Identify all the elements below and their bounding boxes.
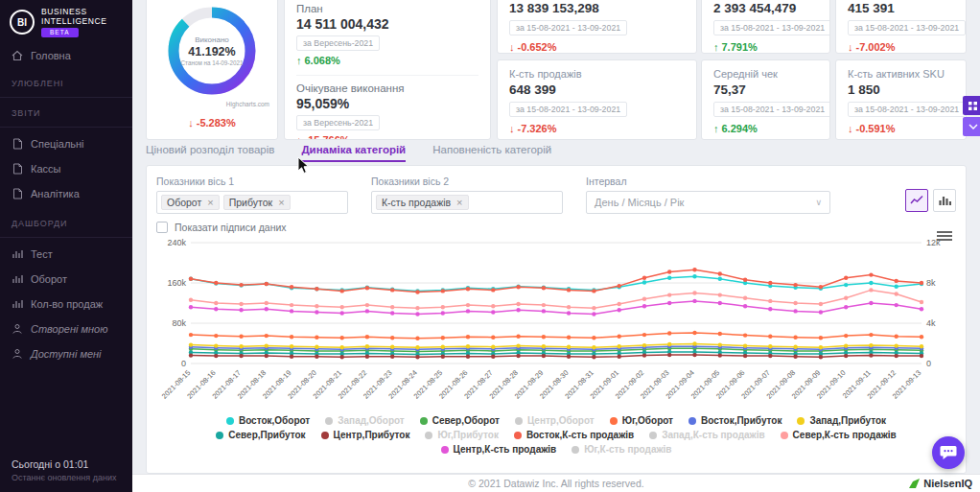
filter-chip[interactable]: Оборот×	[161, 195, 220, 210]
filter-chip[interactable]: Прибуток×	[223, 195, 291, 210]
expected-title: Очікуване виконання	[296, 82, 478, 94]
legend-label: Центр,К-сть продажів	[454, 444, 557, 455]
axis2-multiselect[interactable]: К-сть продажів×	[371, 191, 563, 214]
dashboard-icon	[12, 298, 23, 310]
svg-text:0: 0	[181, 359, 186, 368]
chart-menu-icon[interactable]	[937, 229, 952, 243]
section-reports: ЗВІТИ	[0, 98, 132, 128]
sidebar-item-sales-count[interactable]: Кол-во продаж	[0, 292, 132, 316]
svg-text:0: 0	[926, 359, 931, 368]
legend-item[interactable]: Юг,Прибуток	[425, 430, 498, 440]
legend-marker-icon	[420, 417, 428, 425]
chart-legend: Восток,ОборотЗапад,ОборотСевер,ОборотЦен…	[156, 415, 956, 455]
legend-item[interactable]: Восток,Прибуток	[688, 415, 782, 426]
bar-chart-type-button[interactable]	[933, 189, 956, 212]
sidebar-item-available-to-me[interactable]: Доступні мені	[0, 341, 132, 366]
show-data-labels-checkbox[interactable]	[156, 222, 168, 233]
chat-widget-button[interactable]	[932, 436, 965, 469]
kpi-period: за 15-08-2021 - 13-09-2021	[848, 20, 966, 35]
tab-category-dynamics[interactable]: Динаміка категорій	[301, 144, 406, 162]
sidebar-item-special[interactable]: Спеціальні	[0, 131, 132, 156]
collapse-panel-button[interactable]	[963, 117, 980, 136]
tab-category-fullness[interactable]: Наповненість категорій	[432, 144, 551, 162]
donut-value: 41.192%	[188, 45, 235, 59]
kpi-card: 2 393 454,479 за 15-08-2021 - 13-09-2021…	[701, 0, 830, 54]
legend-marker-icon	[572, 446, 579, 454]
kpi-value: 13 839 153,298	[509, 1, 685, 15]
donut-asof: Станом на 14-09-2021	[181, 59, 244, 66]
legend-item[interactable]: Север,Прибуток	[216, 430, 305, 440]
category-tabs: Ціновий розподіл товарів Динаміка катего…	[146, 144, 551, 162]
grid-icon	[968, 101, 978, 111]
interval-label: Інтервал	[586, 176, 830, 187]
expected-value: 95,059%	[296, 96, 478, 111]
logo-line2: INTELLIGENCE	[41, 16, 107, 26]
legend-item[interactable]: Восток,К-сть продажів	[514, 430, 634, 440]
legend-item[interactable]: Запад,Оборот	[325, 415, 404, 426]
down-arrow-icon: ↓	[848, 41, 853, 53]
sidebar-item-label: Кассы	[31, 163, 60, 175]
sidebar-item-home[interactable]: Головна	[0, 43, 132, 68]
dashboard-icon	[12, 273, 23, 285]
chip-remove-icon[interactable]: ×	[278, 198, 284, 208]
chip-remove-icon[interactable]: ×	[207, 198, 213, 208]
legend-label: Север,К-сть продажів	[793, 430, 897, 440]
legend-item[interactable]: Юг,Оборот	[610, 415, 673, 426]
dynamics-chart[interactable]: 0080k4k160k8k240k12k2021-08-152021-08-16…	[156, 237, 958, 415]
legend-item[interactable]: Центр,К-сть продажів	[441, 444, 557, 455]
axis1-label: Показники вісь 1	[156, 176, 348, 187]
legend-item[interactable]: Центр,Оборот	[515, 415, 595, 426]
dashboard-panel-button[interactable]	[963, 96, 980, 115]
legend-item[interactable]: Центр,Прибуток	[321, 430, 410, 440]
chevron-down-icon	[968, 124, 978, 129]
donut-delta: ↓ -5.283%	[147, 117, 277, 129]
line-chart-type-button[interactable]	[905, 189, 928, 212]
axis1-multiselect[interactable]: Оборот×Прибуток×	[156, 191, 348, 214]
legend-item[interactable]: Север,Оборот	[420, 415, 500, 426]
highcharts-credit: Highcharts.com	[147, 101, 277, 107]
donut-label: Виконано	[195, 35, 229, 44]
nielseniq-mark-icon	[908, 478, 921, 489]
chip-remove-icon[interactable]: ×	[456, 198, 462, 208]
kpi-delta: ↓-0.652%	[509, 41, 685, 53]
sidebar-item-created-by-me[interactable]: Створені мною	[0, 316, 132, 341]
sidebar-item-label: Доступні мені	[31, 348, 102, 360]
legend-label: Запад,Прибуток	[809, 415, 886, 426]
kpi-value: 2 393 454,479	[713, 1, 818, 15]
kpi-title: К-сть продажів	[509, 68, 685, 80]
legend-item[interactable]: Север,К-сть продажів	[781, 430, 897, 440]
kpi-value: 75,37	[713, 82, 818, 97]
sidebar-item-label: Кол-во продаж	[31, 298, 103, 310]
legend-label: Запад,К-сть продажів	[662, 430, 764, 440]
section-favorites: УЛЮБЛЕНІ	[0, 68, 132, 98]
copyright-text: © 2021 Datawiz Inc. All rights reserved.	[468, 478, 643, 489]
sidebar-item-turnover[interactable]: Оборот	[0, 267, 132, 292]
down-arrow-icon: ↓	[509, 41, 515, 53]
report-icon	[12, 138, 23, 150]
legend-item[interactable]: Восток,Оборот	[226, 415, 310, 426]
kpi-card-sales-count: К-сть продажів 648 399 за 15-08-2021 - 1…	[497, 59, 697, 140]
legend-item[interactable]: Запад,Прибуток	[797, 415, 886, 426]
sidebar-item-analytics[interactable]: Аналітика	[0, 181, 132, 206]
legend-label: Центр,Прибуток	[334, 430, 410, 440]
plan-title: План	[296, 3, 478, 14]
legend-marker-icon	[514, 432, 522, 439]
user-icon	[12, 323, 23, 335]
legend-item[interactable]: Запад,К-сть продажів	[649, 430, 764, 440]
tab-price-distribution[interactable]: Ціновий розподіл товарів	[146, 144, 274, 162]
legend-item[interactable]: Юг,К-сть продажів	[572, 444, 671, 455]
interval-select[interactable]: День / Місяць / Рік ∨	[586, 191, 830, 214]
plan-period: за Вересень-2021	[296, 35, 380, 51]
filter-chip[interactable]: К-сть продажів×	[376, 195, 469, 210]
legend-label: Центр,Оборот	[527, 415, 595, 426]
app-logo: BI BUSINESS INTELLIGENCE BETA	[0, 0, 132, 43]
sidebar-item-label: Створені мною	[31, 323, 108, 335]
sidebar-item-kassy[interactable]: Кассы	[0, 156, 132, 181]
sidebar: BI BUSINESS INTELLIGENCE BETA Головна УЛ…	[0, 0, 132, 492]
legend-marker-icon	[797, 417, 805, 425]
sidebar-item-label: Головна	[31, 50, 71, 61]
svg-text:80k: 80k	[172, 318, 186, 328]
sidebar-item-test[interactable]: Тест	[0, 242, 132, 267]
kpi-card-avg-check: Середній чек 75,37 за 15-08-2021 - 13-09…	[701, 59, 830, 140]
legend-marker-icon	[325, 417, 333, 425]
